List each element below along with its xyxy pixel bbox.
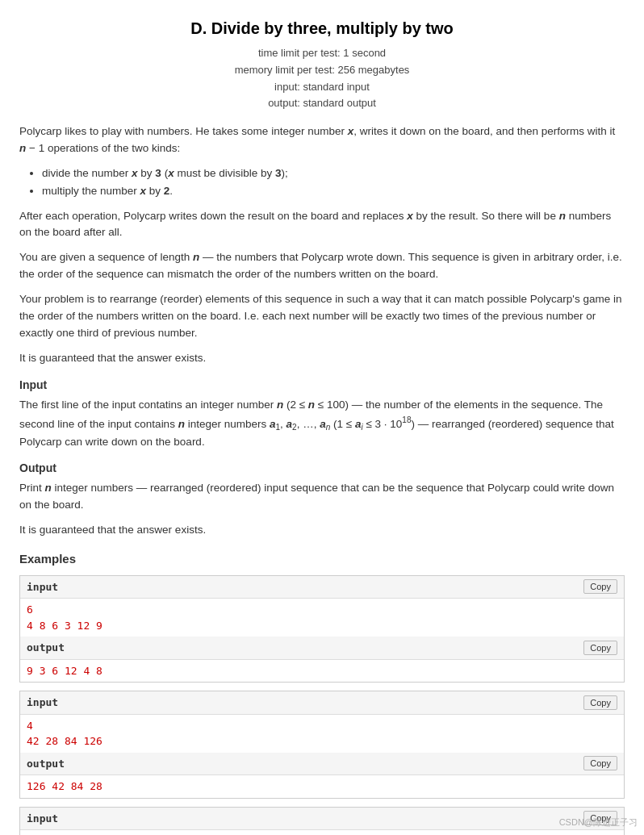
operations-list: divide the number x by 3 (x must be divi… bbox=[42, 165, 625, 200]
operation-2: multiply the number x by 2. bbox=[42, 183, 625, 199]
input-title: Input bbox=[19, 377, 625, 394]
output-title: Output bbox=[19, 460, 625, 477]
input-description: The first line of the input contatins an… bbox=[19, 397, 625, 451]
para-3: You are given a sequence of length n — t… bbox=[19, 249, 625, 283]
para-6: It is guaranteed that the answer exists. bbox=[19, 522, 625, 539]
input-type: input: standard input bbox=[19, 79, 625, 96]
copy-example-1-output[interactable]: Copy bbox=[583, 641, 617, 655]
time-limit: time limit per test: 1 second bbox=[19, 45, 625, 62]
example-3-input-content: 2 1000000000000000000 300000000000000000… bbox=[20, 830, 624, 835]
page-title: D. Divide by three, multiply by two bbox=[19, 16, 625, 40]
copy-example-2-input[interactable]: Copy bbox=[583, 695, 617, 710]
memory-limit: memory limit per test: 256 megabytes bbox=[19, 62, 625, 79]
example-2-input-label: input Copy bbox=[20, 691, 624, 715]
intro-paragraph: Polycarp likes to play with numbers. He … bbox=[19, 123, 625, 157]
example-2: input Copy 4 42 28 84 126 output Copy 12… bbox=[19, 691, 625, 799]
example-3-input-label: input Copy bbox=[20, 808, 624, 831]
example-1-input-content: 6 4 8 6 3 12 9 bbox=[20, 599, 624, 637]
example-1-output-content: 9 3 6 12 4 8 bbox=[20, 660, 624, 683]
para-4: Your problem is to rearrange (reorder) e… bbox=[19, 291, 625, 342]
meta-info: time limit per test: 1 second memory lim… bbox=[19, 45, 625, 112]
examples-title: Examples bbox=[19, 550, 625, 569]
copy-example-2-output[interactable]: Copy bbox=[583, 756, 617, 770]
para-2: After each operation, Polycarp writes do… bbox=[19, 208, 625, 242]
example-1-output-label: output Copy bbox=[20, 637, 624, 660]
para-5: It is guaranteed that the answer exists. bbox=[19, 350, 625, 367]
operation-1: divide the number x by 3 (x must be divi… bbox=[42, 165, 625, 182]
example-2-input-content: 4 42 28 84 126 bbox=[20, 715, 624, 753]
output-description: Print n integer numbers — rearranged (re… bbox=[19, 480, 625, 514]
example-2-output-content: 126 42 84 28 bbox=[20, 775, 624, 798]
copy-example-1-input[interactable]: Copy bbox=[583, 579, 617, 594]
example-1-input-label: input Copy bbox=[20, 576, 624, 599]
watermark: CSDN@陈进正子习 bbox=[559, 816, 638, 829]
example-2-output-label: output Copy bbox=[20, 753, 624, 776]
example-3: input Copy 2 1000000000000000000 3000000… bbox=[19, 807, 625, 835]
output-type: output: standard output bbox=[19, 95, 625, 112]
example-1: input Copy 6 4 8 6 3 12 9 output Copy 9 … bbox=[19, 575, 625, 683]
